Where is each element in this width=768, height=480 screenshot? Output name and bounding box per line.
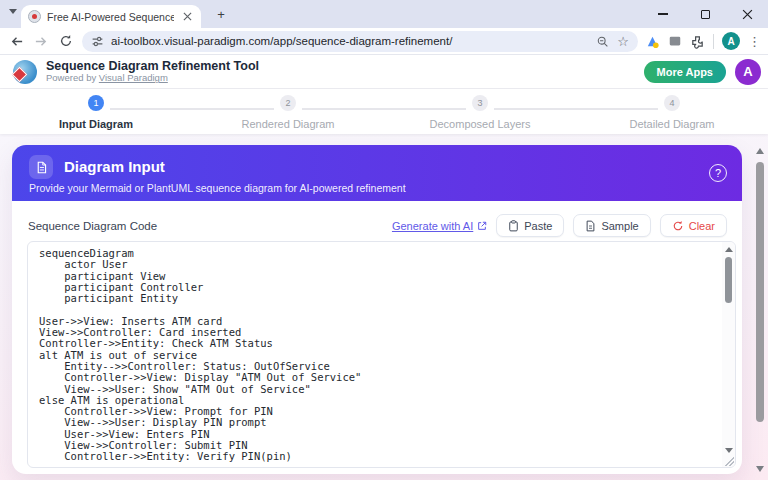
site-settings-icon[interactable] (91, 35, 104, 48)
page-scroll-down-icon[interactable] (756, 466, 764, 472)
clear-refresh-icon (672, 220, 684, 232)
visual-paradigm-logo-icon (13, 60, 37, 84)
visual-paradigm-link[interactable]: Visual Paradigm (99, 72, 168, 83)
browser-profile-avatar[interactable]: A (722, 32, 740, 50)
step-label: Input Diagram (59, 118, 133, 130)
step-number-badge: 3 (472, 95, 488, 111)
generate-with-ai-label: Generate with AI (392, 220, 473, 232)
tab-search-icon[interactable] (9, 9, 17, 14)
sidepanel-extension-icon[interactable] (668, 34, 682, 48)
zoom-out-icon[interactable] (596, 35, 609, 48)
maximize-button[interactable] (684, 0, 726, 28)
diagram-input-card: Diagram Input Provide your Mermaid or Pl… (12, 145, 742, 474)
toolbar-divider (713, 34, 714, 49)
url-text[interactable]: ai-toolbox.visual-paradigm.com/app/seque… (111, 35, 589, 47)
browser-window: Free AI-Powered Sequence Dia + (0, 0, 768, 480)
step-label: Rendered Diagram (242, 118, 335, 130)
sequence-code-input[interactable]: sequenceDiagram actor User participant V… (27, 241, 736, 468)
scroll-down-icon[interactable] (725, 448, 733, 453)
sample-doc-icon (585, 220, 596, 232)
tab-title: Free AI-Powered Sequence Dia (47, 11, 174, 23)
document-icon (29, 155, 53, 179)
powered-by-text: Powered by Visual Paradigm (46, 73, 259, 84)
external-link-icon (477, 221, 487, 231)
extensions-puzzle-icon[interactable] (690, 34, 705, 49)
page-content: Diagram Input Provide your Mermaid or Pl… (0, 134, 768, 480)
stepper-step-decomposed-layers[interactable]: 3 Decomposed Layers (384, 95, 576, 134)
app-title-block: Sequence Diagram Refinement Tool Powered… (46, 59, 259, 84)
editor-scrollbar-thumb[interactable] (725, 257, 732, 303)
progress-stepper: 1 Input Diagram 2 Rendered Diagram 3 Dec… (0, 89, 768, 134)
browser-menu-icon[interactable]: ⋮ (748, 34, 761, 49)
page-title: Sequence Diagram Refinement Tool (46, 59, 259, 73)
page-scrollbar[interactable] (754, 142, 766, 480)
minimize-button[interactable] (642, 0, 684, 28)
step-number-badge: 4 (664, 95, 680, 111)
back-icon[interactable] (7, 32, 25, 50)
clipboard-icon (508, 220, 519, 232)
help-icon[interactable]: ? (709, 164, 727, 182)
step-label: Decomposed Layers (430, 118, 531, 130)
diagram-input-header: Diagram Input Provide your Mermaid or Pl… (12, 145, 742, 201)
browser-tab[interactable]: Free AI-Powered Sequence Dia (21, 5, 201, 28)
app-header: Sequence Diagram Refinement Tool Powered… (0, 55, 768, 89)
panel-subtitle: Provide your Mermaid or PlantUML sequenc… (29, 182, 406, 194)
more-apps-button[interactable]: More Apps (644, 61, 726, 83)
refresh-icon[interactable] (57, 32, 75, 50)
bookmark-star-icon[interactable]: ☆ (617, 35, 629, 48)
clear-label: Clear (689, 220, 715, 232)
step-label: Detailed Diagram (630, 118, 715, 130)
site-favicon-icon (28, 10, 41, 23)
panel-title: Diagram Input (64, 158, 165, 175)
toolbar-extensions: A ⋮ (645, 32, 761, 50)
code-toolbar: Sequence Diagram Code Generate with AI P… (12, 201, 742, 237)
tab-strip: Free AI-Powered Sequence Dia + (0, 0, 768, 28)
clear-button[interactable]: Clear (660, 214, 727, 237)
generate-with-ai-link[interactable]: Generate with AI (392, 220, 487, 232)
code-section-label: Sequence Diagram Code (28, 220, 157, 232)
browser-toolbar: ai-toolbox.visual-paradigm.com/app/seque… (0, 28, 768, 55)
code-editor-wrap: sequenceDiagram actor User participant V… (27, 241, 736, 468)
user-avatar[interactable]: A (735, 59, 761, 85)
sample-button[interactable]: Sample (573, 214, 650, 237)
page-scroll-up-icon[interactable] (756, 148, 764, 154)
paste-label: Paste (524, 220, 552, 232)
new-tab-button[interactable]: + (213, 6, 229, 22)
close-window-button[interactable] (726, 0, 768, 28)
step-number-badge: 1 (88, 95, 104, 111)
tab-close-icon[interactable] (180, 10, 194, 24)
stepper-step-input-diagram[interactable]: 1 Input Diagram (0, 95, 192, 134)
forward-icon[interactable] (32, 32, 50, 50)
window-controls (642, 0, 768, 28)
step-number-badge: 2 (280, 95, 296, 111)
editor-scrollbar[interactable] (722, 242, 735, 467)
stepper-step-rendered-diagram[interactable]: 2 Rendered Diagram (192, 95, 384, 134)
sample-label: Sample (601, 220, 638, 232)
page-scrollbar-thumb[interactable] (756, 162, 764, 422)
stepper-step-detailed-diagram[interactable]: 4 Detailed Diagram (576, 95, 768, 134)
scroll-up-icon[interactable] (725, 247, 733, 252)
drive-extension-icon[interactable] (645, 34, 660, 49)
paste-button[interactable]: Paste (496, 214, 564, 237)
powered-by-prefix: Powered by (46, 72, 99, 83)
address-bar[interactable]: ai-toolbox.visual-paradigm.com/app/seque… (82, 31, 638, 52)
textarea-resize-grip[interactable] (725, 457, 734, 466)
